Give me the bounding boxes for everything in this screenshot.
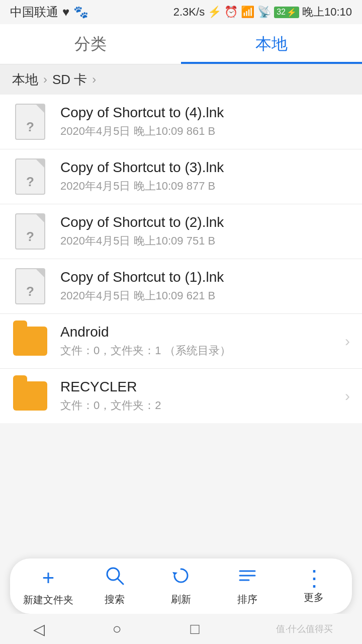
file-info-2: Copy of Shortcut to (3).lnk 2020年4月5日 晚上… xyxy=(60,159,350,194)
back-icon: ◁ xyxy=(33,620,45,638)
file-name-recycler: RECYCLER xyxy=(60,379,340,395)
chevron-right-icon: › xyxy=(345,387,350,405)
status-right: 2.3K/s ⚡ ⏰ 📶 📡 32⚡ 晚上10:10 xyxy=(173,5,352,20)
refresh-button[interactable]: 刷新 xyxy=(148,566,214,606)
wifi-icon: 📶 xyxy=(241,6,254,19)
new-folder-button[interactable]: + 新建文件夹 xyxy=(15,566,81,607)
file-meta-1: 2020年4月5日 晚上10:09 861 B xyxy=(60,124,350,139)
file-info-android: Android 文件：0，文件夹：1 （系统目录） xyxy=(60,324,340,358)
folder-icon-android xyxy=(12,323,48,359)
file-info-3: Copy of Shortcut to (2).lnk 2020年4月5日 晚上… xyxy=(60,214,350,249)
refresh-icon xyxy=(171,566,191,590)
home-button[interactable]: ○ xyxy=(102,614,132,644)
folder-shape xyxy=(13,327,47,356)
more-label: 更多 xyxy=(304,591,324,604)
file-meta-recycler: 文件：0，文件夹：2 xyxy=(60,398,340,413)
recents-icon: □ xyxy=(190,620,199,637)
alarm-icon: ⏰ xyxy=(224,6,238,19)
carrier-label: 中国联通 xyxy=(10,4,58,20)
file-name-1: Copy of Shortcut to (4).lnk xyxy=(60,105,350,121)
back-button[interactable]: ◁ xyxy=(24,614,54,644)
folder-shape xyxy=(13,381,47,411)
paw-icon: 🐾 xyxy=(73,5,88,19)
search-label: 搜索 xyxy=(105,593,125,606)
unknown-file-icon: ? xyxy=(15,158,45,195)
list-item[interactable]: ? Copy of Shortcut to (1).lnk 2020年4月5日 … xyxy=(0,259,362,314)
chevron-right-icon: › xyxy=(345,333,350,350)
tab-bar: 分类 本地 xyxy=(0,24,362,64)
search-icon xyxy=(105,566,124,590)
sort-button[interactable]: 排序 xyxy=(214,566,281,606)
speed-label: 2.3K/s xyxy=(173,6,205,19)
svg-line-1 xyxy=(118,579,123,584)
more-button[interactable]: ⋮ 更多 xyxy=(281,569,347,604)
recents-button[interactable]: □ xyxy=(180,614,210,644)
heart-icon: ♥ xyxy=(62,5,69,19)
unknown-file-icon: ? xyxy=(15,104,45,140)
file-name-2: Copy of Shortcut to (3).lnk xyxy=(60,159,350,176)
file-icon-4: ? xyxy=(12,268,48,304)
folder-icon-recycler xyxy=(12,378,48,414)
file-info-4: Copy of Shortcut to (1).lnk 2020年4月5日 晚上… xyxy=(60,269,350,303)
watermark: 值·什么值得买 xyxy=(258,623,338,635)
list-item[interactable]: ? Copy of Shortcut to (3).lnk 2020年4月5日 … xyxy=(0,149,362,204)
list-item[interactable]: ? Copy of Shortcut to (2).lnk 2020年4月5日 … xyxy=(0,204,362,259)
file-name-4: Copy of Shortcut to (1).lnk xyxy=(60,269,350,285)
tab-local[interactable]: 本地 xyxy=(181,24,362,64)
unknown-file-icon: ? xyxy=(15,213,45,250)
unknown-file-icon: ? xyxy=(15,268,45,304)
sort-icon xyxy=(238,566,257,590)
breadcrumb-local[interactable]: 本地 xyxy=(12,71,38,89)
file-info-1: Copy of Shortcut to (4).lnk 2020年4月5日 晚上… xyxy=(60,105,350,139)
status-left: 中国联通 ♥ 🐾 xyxy=(10,4,88,20)
breadcrumb: 本地 › SD 卡 › xyxy=(0,64,362,95)
plus-icon: + xyxy=(42,566,55,590)
nav-bar: ◁ ○ □ 值·什么值得买 xyxy=(0,614,362,644)
file-icon-2: ? xyxy=(12,158,48,195)
tab-category[interactable]: 分类 xyxy=(0,24,181,64)
bluetooth-icon: ⚡ xyxy=(208,6,221,19)
file-icon-1: ? xyxy=(12,104,48,140)
status-bar: 中国联通 ♥ 🐾 2.3K/s ⚡ ⏰ 📶 📡 32⚡ 晚上10:10 xyxy=(0,0,362,24)
more-icon: ⋮ xyxy=(303,569,324,588)
file-name-3: Copy of Shortcut to (2).lnk xyxy=(60,214,350,230)
battery-level: 32 xyxy=(277,8,286,17)
signal-icon: 📡 xyxy=(257,6,271,19)
search-button[interactable]: 搜索 xyxy=(81,566,148,606)
new-folder-label: 新建文件夹 xyxy=(23,593,73,607)
home-icon: ○ xyxy=(112,620,121,637)
refresh-label: 刷新 xyxy=(171,593,191,606)
bottom-toolbar: + 新建文件夹 搜索 刷新 排序 ⋮ xyxy=(10,558,352,614)
breadcrumb-sep-1: › xyxy=(43,72,47,87)
list-item[interactable]: RECYCLER 文件：0，文件夹：2 › xyxy=(0,369,362,423)
list-item[interactable]: ? Copy of Shortcut to (4).lnk 2020年4月5日 … xyxy=(0,95,362,149)
battery-icon: 32⚡ xyxy=(274,7,299,18)
list-item[interactable]: Android 文件：0，文件夹：1 （系统目录） › xyxy=(0,314,362,369)
svg-marker-2 xyxy=(172,572,177,576)
file-meta-4: 2020年4月5日 晚上10:09 621 B xyxy=(60,288,350,303)
file-meta-android: 文件：0，文件夹：1 （系统目录） xyxy=(60,343,340,358)
file-meta-2: 2020年4月5日 晚上10:09 877 B xyxy=(60,179,350,194)
time-label: 晚上10:10 xyxy=(302,5,352,20)
file-info-recycler: RECYCLER 文件：0，文件夹：2 xyxy=(60,379,340,413)
file-list: ? Copy of Shortcut to (4).lnk 2020年4月5日 … xyxy=(0,95,362,423)
sort-label: 排序 xyxy=(237,593,257,606)
breadcrumb-sep-2: › xyxy=(92,72,96,87)
file-icon-3: ? xyxy=(12,213,48,250)
file-meta-3: 2020年4月5日 晚上10:09 751 B xyxy=(60,233,350,249)
file-name-android: Android xyxy=(60,324,340,340)
breadcrumb-sdcard[interactable]: SD 卡 xyxy=(52,71,87,89)
